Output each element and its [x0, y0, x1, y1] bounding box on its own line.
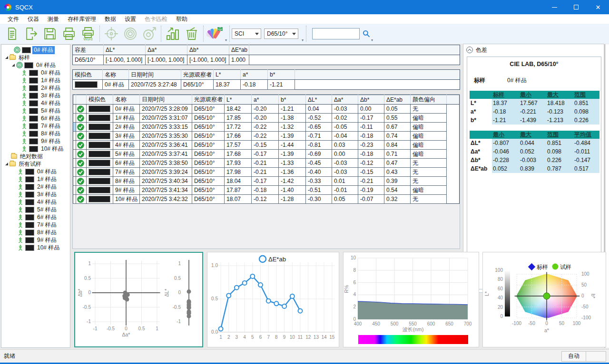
sample-row[interactable]: 6# 样品2020/7/25 3:38:50D65/10°17.93-0.21-…: [73, 159, 460, 168]
tree-item[interactable]: 0# 样品: [1, 61, 70, 69]
color-match-button[interactable]: [206, 25, 225, 43]
tree-item[interactable]: 5# 样品: [1, 206, 70, 213]
color-swatch: [29, 108, 38, 114]
sample-row[interactable]: 2# 样品2020/7/25 3:33:15D65/10°17.72-0.22-…: [73, 123, 460, 132]
whiteboard-calibration-button[interactable]: [121, 25, 140, 43]
sample-icon: [17, 199, 24, 205]
table-cell: D65/10°: [192, 195, 225, 204]
menu-item[interactable]: 仪器: [23, 14, 43, 24]
print-word-button[interactable]: Word: [79, 25, 98, 43]
illuminant-combo[interactable]: D65/10°: [264, 29, 298, 39]
toolbar-overflow-icon[interactable]: ▾: [302, 38, 304, 42]
tree-item-label: 10# 样品: [36, 244, 61, 252]
tree-item[interactable]: 10# 样品: [1, 244, 70, 251]
gamut-chart[interactable]: -100-50050100100500-50-100020406080100L*…: [482, 252, 606, 347]
blackboard-calibration-button[interactable]: [140, 25, 159, 43]
svg-text:7: 7: [267, 335, 270, 340]
spectral-chart[interactable]: 0246810400450500550600650700R%波长(nm): [343, 252, 479, 347]
color-swatch: [88, 178, 110, 184]
menu-item[interactable]: 存样库管理: [63, 14, 100, 24]
sample-row[interactable]: 8# 样品2020/7/25 3:40:34D65/10°18.04-0.17-…: [73, 177, 460, 186]
toolbar-overflow-icon[interactable]: ▾: [371, 38, 373, 42]
tree-item[interactable]: 绝对数据: [1, 153, 70, 160]
sample-row[interactable]: 1# 样品2020/7/25 3:31:07D65/10°17.85-0.20-…: [73, 114, 460, 123]
auto-mode-cell[interactable]: 自动: [561, 351, 586, 362]
tree-expander-icon[interactable]: [12, 64, 15, 67]
tree-item[interactable]: 所有试样: [1, 160, 70, 168]
maximize-button[interactable]: [565, 0, 587, 14]
tree-item[interactable]: 2# 样品: [1, 84, 70, 92]
tree-item[interactable]: 1# 样品: [1, 77, 70, 84]
sample-row[interactable]: 7# 样品2020/7/25 3:39:24D65/10°17.98-0.21-…: [73, 168, 460, 177]
table-cell: -0.15: [358, 168, 384, 177]
pass-check-icon: [77, 169, 84, 176]
tree-item[interactable]: 5# 样品: [1, 107, 70, 115]
tree-item[interactable]: 7# 样品: [1, 122, 70, 130]
collapse-panel-icon[interactable]: [466, 47, 473, 53]
chart-icon: [165, 26, 180, 41]
search-icon[interactable]: [362, 29, 371, 38]
deltae-line-chart[interactable]: 1234567891011121314150.00.51.0ΔE*ab: [207, 252, 339, 347]
stat-value: -0.123: [546, 107, 573, 116]
menu-item[interactable]: 数据: [100, 14, 120, 24]
tree-item-label: 3# 样品: [39, 92, 62, 100]
tree-item[interactable]: 4# 样品: [1, 99, 70, 107]
chart-button[interactable]: [163, 25, 182, 43]
table-cell: D65/10°: [192, 150, 225, 159]
table-cell: -0.17: [358, 114, 384, 123]
svg-text:3: 3: [236, 335, 238, 340]
toolbar-overflow-icon[interactable]: ▾: [225, 38, 227, 42]
sample-row[interactable]: 3# 样品2020/7/25 3:35:30D65/10°17.66-0.22-…: [73, 132, 460, 141]
table-cell: 17.98: [225, 168, 252, 177]
tree-item-label: 3# 样品: [36, 191, 58, 199]
dab-scatter-chart[interactable]: -1-1-0.5-0.5000.50.511Δb*Δa*-1-0.500.51Δ…: [74, 252, 203, 347]
search-input[interactable]: [312, 28, 360, 39]
minimize-button[interactable]: [543, 0, 565, 14]
new-document-button[interactable]: [2, 25, 21, 43]
tree-expander-icon[interactable]: [5, 163, 8, 165]
menu-item[interactable]: 色卡匹检: [140, 14, 172, 24]
tree-item[interactable]: 0# 样品: [1, 168, 70, 175]
tree-item-label: 标样: [17, 54, 31, 62]
column-header: 光源观察者: [181, 70, 214, 80]
toolbar-separator: [99, 26, 100, 42]
tree-item[interactable]: 7# 样品: [1, 221, 70, 229]
tree-item[interactable]: 4# 样品: [1, 198, 70, 206]
export-button[interactable]: [21, 25, 40, 43]
column-header: 光源观察者: [192, 95, 225, 105]
table-cell: -0.33: [306, 177, 332, 186]
tree-item[interactable]: 10# 样品: [1, 145, 70, 153]
tree-item[interactable]: 3# 样品: [1, 191, 70, 198]
tree-item[interactable]: 1# 样品: [1, 175, 70, 183]
tree-expander-icon[interactable]: [5, 56, 8, 59]
sample-row[interactable]: 5# 样品2020/7/25 3:37:41D65/10°17.68-0.17-…: [73, 150, 460, 159]
tree-item[interactable]: 9# 样品: [1, 236, 70, 244]
tree-item[interactable]: 0# 样品: [1, 69, 70, 77]
print-word-icon: Word: [80, 26, 96, 41]
menu-item[interactable]: 文件: [3, 14, 23, 24]
delete-button[interactable]: [182, 25, 201, 43]
sample-row[interactable]: 0# 样品2020/7/25 3:28:09D65/10°18.42-0.20-…: [73, 105, 460, 114]
print-button[interactable]: [59, 25, 79, 43]
menu-item[interactable]: 设置: [120, 14, 140, 24]
tree-item[interactable]: 6# 样品: [1, 213, 70, 221]
tree-item[interactable]: 3# 样品: [1, 92, 70, 99]
tree-item[interactable]: 8# 样品: [1, 229, 70, 236]
close-button[interactable]: ✕: [587, 0, 609, 14]
tree-item[interactable]: 6# 样品: [1, 115, 70, 122]
menu-item[interactable]: 帮助: [172, 14, 192, 24]
tree-item[interactable]: 2# 样品: [1, 183, 70, 191]
tree-item[interactable]: 标样: [1, 54, 70, 61]
menu-item[interactable]: 测量: [43, 14, 63, 24]
tree-item[interactable]: 9# 样品: [1, 137, 70, 145]
sample-row[interactable]: 4# 样品2020/7/25 3:36:41D65/10°17.57-0.15-…: [73, 141, 460, 150]
save-button[interactable]: [40, 25, 59, 43]
column-header: L*: [214, 70, 241, 80]
mode-combo[interactable]: SCI: [232, 29, 261, 39]
sample-row[interactable]: 9# 样品2020/7/25 3:41:34D65/10°17.87-0.18-…: [73, 186, 460, 195]
tree-item[interactable]: 0# 样品: [1, 46, 70, 54]
sample-row[interactable]: 10# 样品2020/7/25 3:42:32D65/10°18.07-0.12…: [73, 195, 460, 204]
color-swatch: [88, 187, 110, 193]
calibrate-target-button[interactable]: [102, 25, 121, 43]
tree-item[interactable]: 8# 样品: [1, 130, 70, 137]
